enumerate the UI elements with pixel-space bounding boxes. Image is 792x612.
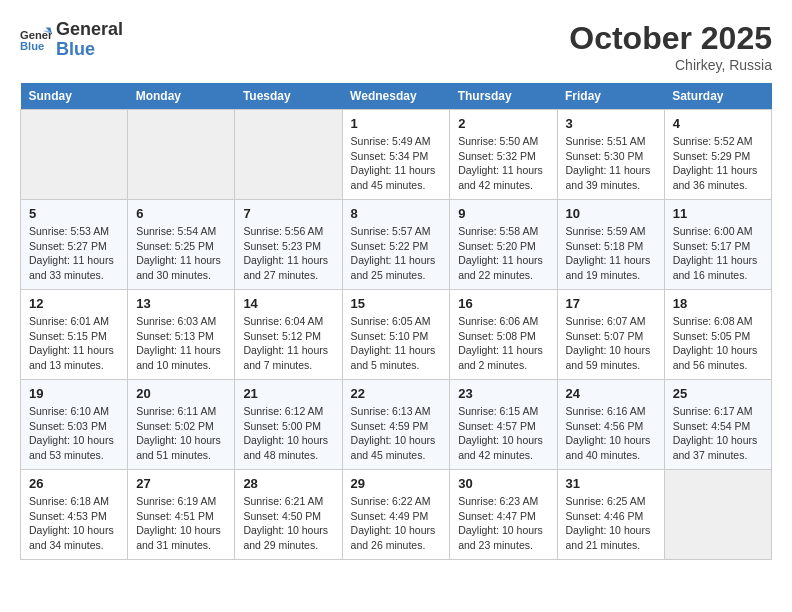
day-info: Sunrise: 5:51 AMSunset: 5:30 PMDaylight:… bbox=[566, 134, 656, 193]
day-number: 20 bbox=[136, 386, 226, 401]
location: Chirkey, Russia bbox=[569, 57, 772, 73]
calendar-week-1: 1Sunrise: 5:49 AMSunset: 5:34 PMDaylight… bbox=[21, 110, 772, 200]
day-info: Sunrise: 6:22 AMSunset: 4:49 PMDaylight:… bbox=[351, 494, 442, 553]
day-number: 2 bbox=[458, 116, 548, 131]
calendar-cell: 8Sunrise: 5:57 AMSunset: 5:22 PMDaylight… bbox=[342, 200, 450, 290]
day-number: 14 bbox=[243, 296, 333, 311]
day-number: 17 bbox=[566, 296, 656, 311]
day-info: Sunrise: 6:04 AMSunset: 5:12 PMDaylight:… bbox=[243, 314, 333, 373]
calendar-week-5: 26Sunrise: 6:18 AMSunset: 4:53 PMDayligh… bbox=[21, 470, 772, 560]
calendar-cell: 3Sunrise: 5:51 AMSunset: 5:30 PMDaylight… bbox=[557, 110, 664, 200]
calendar-week-3: 12Sunrise: 6:01 AMSunset: 5:15 PMDayligh… bbox=[21, 290, 772, 380]
day-number: 11 bbox=[673, 206, 763, 221]
calendar-cell bbox=[21, 110, 128, 200]
calendar-cell: 14Sunrise: 6:04 AMSunset: 5:12 PMDayligh… bbox=[235, 290, 342, 380]
day-number: 21 bbox=[243, 386, 333, 401]
day-number: 16 bbox=[458, 296, 548, 311]
day-number: 30 bbox=[458, 476, 548, 491]
header-cell-friday: Friday bbox=[557, 83, 664, 110]
day-number: 1 bbox=[351, 116, 442, 131]
day-info: Sunrise: 6:12 AMSunset: 5:00 PMDaylight:… bbox=[243, 404, 333, 463]
logo-text: General Blue bbox=[56, 20, 123, 60]
calendar-header: SundayMondayTuesdayWednesdayThursdayFrid… bbox=[21, 83, 772, 110]
calendar-cell: 6Sunrise: 5:54 AMSunset: 5:25 PMDaylight… bbox=[128, 200, 235, 290]
header-cell-saturday: Saturday bbox=[664, 83, 771, 110]
calendar-cell bbox=[235, 110, 342, 200]
calendar-body: 1Sunrise: 5:49 AMSunset: 5:34 PMDaylight… bbox=[21, 110, 772, 560]
day-number: 27 bbox=[136, 476, 226, 491]
day-info: Sunrise: 6:19 AMSunset: 4:51 PMDaylight:… bbox=[136, 494, 226, 553]
day-number: 22 bbox=[351, 386, 442, 401]
day-info: Sunrise: 6:06 AMSunset: 5:08 PMDaylight:… bbox=[458, 314, 548, 373]
logo-icon: General Blue bbox=[20, 26, 52, 54]
day-info: Sunrise: 6:23 AMSunset: 4:47 PMDaylight:… bbox=[458, 494, 548, 553]
day-info: Sunrise: 6:25 AMSunset: 4:46 PMDaylight:… bbox=[566, 494, 656, 553]
day-info: Sunrise: 6:10 AMSunset: 5:03 PMDaylight:… bbox=[29, 404, 119, 463]
calendar-cell: 15Sunrise: 6:05 AMSunset: 5:10 PMDayligh… bbox=[342, 290, 450, 380]
calendar-cell: 25Sunrise: 6:17 AMSunset: 4:54 PMDayligh… bbox=[664, 380, 771, 470]
day-number: 3 bbox=[566, 116, 656, 131]
calendar-cell: 12Sunrise: 6:01 AMSunset: 5:15 PMDayligh… bbox=[21, 290, 128, 380]
day-number: 13 bbox=[136, 296, 226, 311]
calendar-cell: 19Sunrise: 6:10 AMSunset: 5:03 PMDayligh… bbox=[21, 380, 128, 470]
calendar-cell: 26Sunrise: 6:18 AMSunset: 4:53 PMDayligh… bbox=[21, 470, 128, 560]
header-cell-sunday: Sunday bbox=[21, 83, 128, 110]
day-number: 25 bbox=[673, 386, 763, 401]
calendar-cell: 10Sunrise: 5:59 AMSunset: 5:18 PMDayligh… bbox=[557, 200, 664, 290]
day-info: Sunrise: 5:50 AMSunset: 5:32 PMDaylight:… bbox=[458, 134, 548, 193]
calendar-cell bbox=[128, 110, 235, 200]
day-number: 12 bbox=[29, 296, 119, 311]
day-number: 31 bbox=[566, 476, 656, 491]
day-info: Sunrise: 5:53 AMSunset: 5:27 PMDaylight:… bbox=[29, 224, 119, 283]
calendar-week-2: 5Sunrise: 5:53 AMSunset: 5:27 PMDaylight… bbox=[21, 200, 772, 290]
day-number: 19 bbox=[29, 386, 119, 401]
day-info: Sunrise: 6:11 AMSunset: 5:02 PMDaylight:… bbox=[136, 404, 226, 463]
day-info: Sunrise: 5:58 AMSunset: 5:20 PMDaylight:… bbox=[458, 224, 548, 283]
day-info: Sunrise: 6:07 AMSunset: 5:07 PMDaylight:… bbox=[566, 314, 656, 373]
day-number: 10 bbox=[566, 206, 656, 221]
header-cell-tuesday: Tuesday bbox=[235, 83, 342, 110]
day-info: Sunrise: 5:56 AMSunset: 5:23 PMDaylight:… bbox=[243, 224, 333, 283]
day-info: Sunrise: 6:13 AMSunset: 4:59 PMDaylight:… bbox=[351, 404, 442, 463]
day-info: Sunrise: 5:49 AMSunset: 5:34 PMDaylight:… bbox=[351, 134, 442, 193]
day-info: Sunrise: 5:52 AMSunset: 5:29 PMDaylight:… bbox=[673, 134, 763, 193]
calendar-cell: 5Sunrise: 5:53 AMSunset: 5:27 PMDaylight… bbox=[21, 200, 128, 290]
day-number: 8 bbox=[351, 206, 442, 221]
calendar-cell: 22Sunrise: 6:13 AMSunset: 4:59 PMDayligh… bbox=[342, 380, 450, 470]
day-info: Sunrise: 6:05 AMSunset: 5:10 PMDaylight:… bbox=[351, 314, 442, 373]
calendar-cell: 23Sunrise: 6:15 AMSunset: 4:57 PMDayligh… bbox=[450, 380, 557, 470]
day-number: 9 bbox=[458, 206, 548, 221]
calendar-cell: 7Sunrise: 5:56 AMSunset: 5:23 PMDaylight… bbox=[235, 200, 342, 290]
day-info: Sunrise: 6:17 AMSunset: 4:54 PMDaylight:… bbox=[673, 404, 763, 463]
day-info: Sunrise: 5:54 AMSunset: 5:25 PMDaylight:… bbox=[136, 224, 226, 283]
calendar-cell: 21Sunrise: 6:12 AMSunset: 5:00 PMDayligh… bbox=[235, 380, 342, 470]
calendar-cell bbox=[664, 470, 771, 560]
day-number: 28 bbox=[243, 476, 333, 491]
day-number: 15 bbox=[351, 296, 442, 311]
calendar-cell: 1Sunrise: 5:49 AMSunset: 5:34 PMDaylight… bbox=[342, 110, 450, 200]
calendar-cell: 9Sunrise: 5:58 AMSunset: 5:20 PMDaylight… bbox=[450, 200, 557, 290]
calendar-cell: 2Sunrise: 5:50 AMSunset: 5:32 PMDaylight… bbox=[450, 110, 557, 200]
day-number: 24 bbox=[566, 386, 656, 401]
header-cell-thursday: Thursday bbox=[450, 83, 557, 110]
day-number: 7 bbox=[243, 206, 333, 221]
calendar-cell: 31Sunrise: 6:25 AMSunset: 4:46 PMDayligh… bbox=[557, 470, 664, 560]
calendar-cell: 24Sunrise: 6:16 AMSunset: 4:56 PMDayligh… bbox=[557, 380, 664, 470]
calendar-cell: 17Sunrise: 6:07 AMSunset: 5:07 PMDayligh… bbox=[557, 290, 664, 380]
calendar-cell: 11Sunrise: 6:00 AMSunset: 5:17 PMDayligh… bbox=[664, 200, 771, 290]
day-number: 29 bbox=[351, 476, 442, 491]
calendar-cell: 28Sunrise: 6:21 AMSunset: 4:50 PMDayligh… bbox=[235, 470, 342, 560]
header-cell-monday: Monday bbox=[128, 83, 235, 110]
day-number: 23 bbox=[458, 386, 548, 401]
calendar-table: SundayMondayTuesdayWednesdayThursdayFrid… bbox=[20, 83, 772, 560]
day-number: 26 bbox=[29, 476, 119, 491]
month-title: October 2025 bbox=[569, 20, 772, 57]
page-header: General Blue General Blue October 2025 C… bbox=[20, 20, 772, 73]
svg-text:Blue: Blue bbox=[20, 40, 44, 52]
calendar-cell: 27Sunrise: 6:19 AMSunset: 4:51 PMDayligh… bbox=[128, 470, 235, 560]
day-info: Sunrise: 6:00 AMSunset: 5:17 PMDaylight:… bbox=[673, 224, 763, 283]
day-info: Sunrise: 6:18 AMSunset: 4:53 PMDaylight:… bbox=[29, 494, 119, 553]
day-info: Sunrise: 6:01 AMSunset: 5:15 PMDaylight:… bbox=[29, 314, 119, 373]
calendar-cell: 4Sunrise: 5:52 AMSunset: 5:29 PMDaylight… bbox=[664, 110, 771, 200]
day-info: Sunrise: 6:21 AMSunset: 4:50 PMDaylight:… bbox=[243, 494, 333, 553]
